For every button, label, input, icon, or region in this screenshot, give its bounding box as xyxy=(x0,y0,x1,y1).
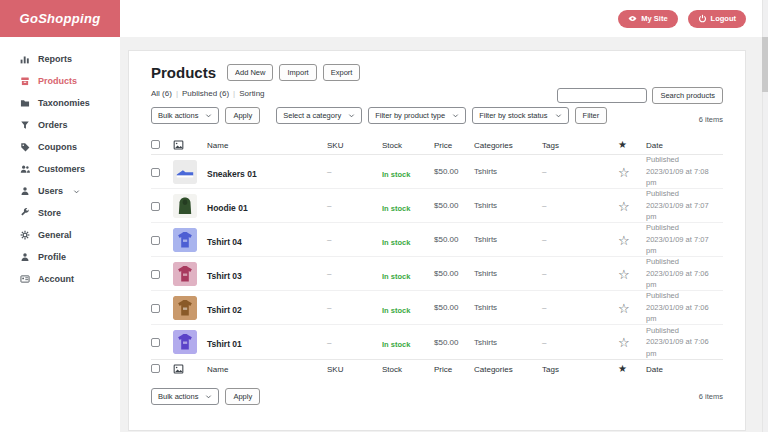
row-checkbox[interactable] xyxy=(151,202,160,211)
column-header-date[interactable]: Date xyxy=(646,141,723,150)
column-header-sku[interactable]: SKU xyxy=(327,365,382,374)
stock-status: In stock xyxy=(382,340,410,349)
star-outline-icon[interactable]: ☆ xyxy=(618,301,630,316)
row-checkbox[interactable] xyxy=(151,236,160,245)
product-name-link[interactable]: Tshirt 04 xyxy=(207,237,242,247)
star-outline-icon[interactable]: ☆ xyxy=(618,267,630,282)
scrollbar-track[interactable] xyxy=(762,0,768,432)
row-checkbox[interactable] xyxy=(151,304,160,313)
column-header-categories: Categories xyxy=(474,365,542,374)
column-header-price[interactable]: Price xyxy=(434,141,474,150)
tags-value: – xyxy=(542,201,618,210)
sidebar-item-reports[interactable]: Reports xyxy=(0,48,120,70)
main-area: Products Add New Import Export All (6) |… xyxy=(120,37,762,432)
product-thumbnail[interactable] xyxy=(173,330,201,354)
app-logo: GoShopping xyxy=(0,0,120,37)
my-site-button[interactable]: My Site xyxy=(618,10,677,28)
product-name-link[interactable]: Tshirt 02 xyxy=(207,305,242,315)
categories-value[interactable]: Tshirts xyxy=(474,338,542,347)
search-input[interactable] xyxy=(557,88,647,103)
select-all-checkbox[interactable] xyxy=(151,364,160,373)
stock-status-select[interactable]: Filter by stock status xyxy=(472,107,568,124)
column-header-tags: Tags xyxy=(542,365,618,374)
media-icon xyxy=(173,140,201,150)
chevron-down-icon xyxy=(348,112,355,119)
sidebar-item-customers[interactable]: Customers xyxy=(0,158,120,180)
sidebar-item-account[interactable]: Account xyxy=(0,268,120,290)
import-button[interactable]: Import xyxy=(279,64,316,81)
product-name-link[interactable]: Tshirt 01 xyxy=(207,339,242,349)
star-outline-icon[interactable]: ☆ xyxy=(618,199,630,214)
select-all-checkbox[interactable] xyxy=(151,140,160,149)
folder-icon xyxy=(20,98,30,108)
sidebar-item-taxonomies[interactable]: Taxonomies xyxy=(0,92,120,114)
search-products-button[interactable]: Search products xyxy=(652,87,723,104)
categories-value[interactable]: Tshirts xyxy=(474,303,542,312)
product-name-link[interactable]: Sneakers 01 xyxy=(207,169,257,179)
date-cell: Published2023/01/09 at 7:06 pm xyxy=(646,256,723,291)
product-name-link[interactable]: Hoodie 01 xyxy=(207,203,248,213)
items-count: 6 items xyxy=(699,115,723,124)
product-thumbnail[interactable] xyxy=(173,194,201,218)
star-outline-icon[interactable]: ☆ xyxy=(618,233,630,248)
date-cell: Published2023/01/09 at 7:08 pm xyxy=(646,154,723,189)
product-thumbnail[interactable] xyxy=(173,228,201,252)
view-sorting-link[interactable]: Sorting xyxy=(239,89,264,98)
product-thumbnail[interactable] xyxy=(173,160,201,184)
sidebar-item-profile[interactable]: Profile xyxy=(0,246,120,268)
logout-button[interactable]: Logout xyxy=(688,10,746,28)
sidebar-item-orders[interactable]: Orders xyxy=(0,114,120,136)
tags-value: – xyxy=(542,167,618,176)
column-header-sku[interactable]: SKU xyxy=(327,141,382,150)
sku-value: – xyxy=(327,235,382,244)
table-row: Tshirt 04–In stock$50.00Tshirts–☆Publish… xyxy=(151,223,723,257)
featured-star-icon[interactable]: ★ xyxy=(618,139,627,150)
tags-value: – xyxy=(542,269,618,278)
category-select[interactable]: Select a category xyxy=(276,107,362,124)
column-header-name[interactable]: Name xyxy=(207,141,327,150)
filter-button[interactable]: Filter xyxy=(575,107,608,124)
add-new-button[interactable]: Add New xyxy=(227,64,273,81)
gear-icon xyxy=(20,230,30,240)
categories-value[interactable]: Tshirts xyxy=(474,235,542,244)
row-checkbox[interactable] xyxy=(151,338,160,347)
chevron-down-icon xyxy=(205,112,212,119)
sidebar-item-store[interactable]: Store xyxy=(0,202,120,224)
products-table: NameSKUStockPriceCategoriesTags★Date Sne… xyxy=(151,136,723,378)
export-button[interactable]: Export xyxy=(323,64,361,81)
price-value: $50.00 xyxy=(434,167,474,176)
product-type-select[interactable]: Filter by product type xyxy=(368,107,466,124)
sku-value: – xyxy=(327,338,382,347)
column-header-name[interactable]: Name xyxy=(207,365,327,374)
product-thumbnail[interactable] xyxy=(173,296,201,320)
categories-value[interactable]: Tshirts xyxy=(474,201,542,210)
sidebar-item-products[interactable]: Products xyxy=(0,70,120,92)
apply-button[interactable]: Apply xyxy=(225,107,260,124)
star-outline-icon[interactable]: ☆ xyxy=(618,165,630,180)
sidebar-item-general[interactable]: General xyxy=(0,224,120,246)
row-checkbox[interactable] xyxy=(151,168,160,177)
apply-button-bottom[interactable]: Apply xyxy=(225,388,260,405)
categories-value[interactable]: Tshirts xyxy=(474,269,542,278)
user-icon xyxy=(20,186,30,196)
product-name-link[interactable]: Tshirt 03 xyxy=(207,271,242,281)
chevron-down-icon xyxy=(555,112,562,119)
sidebar-item-users[interactable]: Users xyxy=(0,180,120,202)
star-outline-icon[interactable]: ☆ xyxy=(618,335,630,350)
bulk-actions-select-bottom[interactable]: Bulk actions xyxy=(151,388,219,405)
view-all-link[interactable]: All (6) xyxy=(151,89,172,98)
stock-status: In stock xyxy=(382,272,410,281)
product-thumbnail[interactable] xyxy=(173,262,201,286)
view-published-link[interactable]: Published (6) xyxy=(182,89,229,98)
scrollbar-thumb[interactable] xyxy=(762,37,768,92)
chevron-down-icon xyxy=(73,188,80,195)
categories-value[interactable]: Tshirts xyxy=(474,167,542,176)
column-header-price[interactable]: Price xyxy=(434,365,474,374)
row-checkbox[interactable] xyxy=(151,270,160,279)
sku-value: – xyxy=(327,167,382,176)
featured-star-icon[interactable]: ★ xyxy=(618,363,627,374)
column-header-date[interactable]: Date xyxy=(646,365,723,374)
bulk-actions-select[interactable]: Bulk actions xyxy=(151,107,219,124)
sidebar-nav: ReportsProductsTaxonomiesOrdersCouponsCu… xyxy=(0,37,120,432)
sidebar-item-coupons[interactable]: Coupons xyxy=(0,136,120,158)
